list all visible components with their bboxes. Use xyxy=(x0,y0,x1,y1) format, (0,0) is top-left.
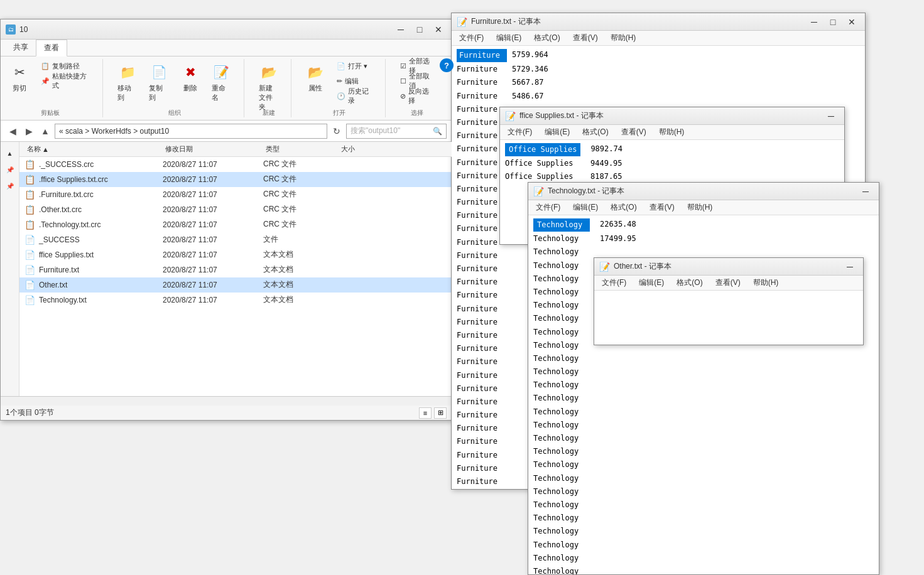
furniture-maximize[interactable]: □ xyxy=(825,16,841,28)
office-menu-format[interactable]: 格式(O) xyxy=(580,126,611,139)
technology-menu-edit[interactable]: 编辑(E) xyxy=(570,201,601,214)
table-row[interactable]: 📋 ._SUCCESS.crc 2020/8/27 11:07 CRC 文件 xyxy=(19,157,452,172)
tab-view[interactable]: 查看 xyxy=(36,40,67,56)
hscroll[interactable] xyxy=(1,396,452,405)
notepad-row: Office Supplies 9892.74 xyxy=(503,142,842,157)
view-tiles-button[interactable]: ⊞ xyxy=(434,407,447,419)
file-name-text: .Other.txt.crc xyxy=(39,205,82,214)
tab-share[interactable]: 共享 xyxy=(6,40,36,56)
technology-minimize[interactable]: ─ xyxy=(857,185,874,198)
organize-items: 📁 移动到 📄 复制到 ✖ 删除 📝 重命名 xyxy=(113,59,236,115)
breadcrumb[interactable]: « scala > WorkerHdfs > output10 xyxy=(55,124,327,139)
search-box[interactable]: 搜索"output10" 🔍 xyxy=(346,124,447,139)
history-button[interactable]: 🕐 历史记录 xyxy=(332,89,378,103)
new-folder-button[interactable]: 📂 新建文件夹 xyxy=(254,59,283,115)
office-menubar: 文件(F) 编辑(E) 格式(O) 查看(V) 帮助(H) xyxy=(500,125,844,140)
table-row[interactable]: 📋 .Other.txt.crc 2020/8/27 11:07 CRC 文件 xyxy=(19,202,452,217)
up-button[interactable]: ▲ xyxy=(38,124,52,138)
nav-pin2-btn[interactable]: 📌 xyxy=(4,180,16,192)
close-button[interactable]: ✕ xyxy=(430,23,447,36)
nav-up-btn[interactable]: ▲ xyxy=(4,147,16,159)
notepad-category: Furniture xyxy=(457,250,507,262)
clipboard-items: ✂ 剪切 📋 复制路径 📌 粘贴快捷方式 xyxy=(6,59,95,115)
help-button[interactable]: ? xyxy=(440,58,454,72)
file-type-cell: CRC 文件 xyxy=(263,174,339,185)
paste-shortcut-button[interactable]: 📌 粘贴快捷方式 xyxy=(36,74,95,88)
edit-button[interactable]: ✏ 编辑 xyxy=(332,74,378,88)
nav-pin-btn[interactable]: 📌 xyxy=(4,163,16,176)
technology-menu-file[interactable]: 文件(F) xyxy=(533,201,563,214)
rename-button[interactable]: 📝 重命名 xyxy=(207,59,236,105)
furniture-menu-file[interactable]: 文件(F) xyxy=(457,31,486,45)
table-row[interactable]: 📄 Furniture.txt 2020/8/27 11:07 文本文档 xyxy=(19,262,452,277)
office-menu-file[interactable]: 文件(F) xyxy=(505,126,535,139)
select-all-button[interactable]: ☑ 全部选择 xyxy=(396,59,439,73)
other-menu-file[interactable]: 文件(F) xyxy=(599,276,629,289)
file-icon: 📄 xyxy=(24,295,35,305)
table-row[interactable]: 📋 .ffice Supplies.txt.crc 2020/8/27 11:0… xyxy=(19,172,452,187)
move-to-button[interactable]: 📁 移动到 xyxy=(113,59,142,105)
other-menu-format[interactable]: 格式(O) xyxy=(674,276,705,289)
other-menu-help[interactable]: 帮助(H) xyxy=(751,276,781,289)
file-type-cell: 文本文档 xyxy=(263,279,339,290)
minimize-button[interactable]: ─ xyxy=(393,23,409,36)
furniture-close[interactable]: ✕ xyxy=(844,16,860,28)
notepad-category: Technology xyxy=(533,459,590,471)
table-row[interactable]: 📄 _SUCCESS 2020/8/27 11:07 文件 xyxy=(19,232,452,247)
notepad-row: Office Supplies 9449.95 xyxy=(503,157,842,170)
office-minimize[interactable]: ─ xyxy=(823,110,839,122)
deselect-all-button[interactable]: ☐ 全部取消 xyxy=(396,74,439,88)
technology-menu-view[interactable]: 查看(V) xyxy=(647,201,677,214)
other-menu-edit[interactable]: 编辑(E) xyxy=(636,276,666,289)
cut-button[interactable]: ✂ 剪切 xyxy=(6,59,34,96)
notepad-category: Technology xyxy=(533,525,590,537)
office-menu-view[interactable]: 查看(V) xyxy=(619,126,649,139)
forward-button[interactable]: ▶ xyxy=(22,124,36,138)
furniture-menu-format[interactable]: 格式(O) xyxy=(531,31,562,45)
search-placeholder: 搜索"output10" xyxy=(351,126,400,136)
file-date-cell: 2020/8/27 11:07 xyxy=(163,266,263,274)
furniture-menu-view[interactable]: 查看(V) xyxy=(570,31,601,45)
furniture-menu-edit[interactable]: 编辑(E) xyxy=(494,31,524,45)
hscroll-track xyxy=(1,397,452,406)
ribbon-group-open: 📂 属性 📄 打开 ▾ ✏ 编辑 🕐 xyxy=(302,59,386,117)
file-icon: 📋 xyxy=(24,205,35,215)
file-icon: 📄 xyxy=(24,265,35,275)
other-minimize[interactable]: ─ xyxy=(842,261,858,273)
col-name[interactable]: 名称 ▲ xyxy=(24,143,163,155)
copy-to-button[interactable]: 📄 复制到 xyxy=(144,59,173,105)
furniture-minimize[interactable]: ─ xyxy=(806,16,822,28)
table-row[interactable]: 📋 .Technology.txt.crc 2020/8/27 11:07 CR… xyxy=(19,217,452,232)
col-size[interactable]: 大小 xyxy=(339,143,389,155)
other-menu-view[interactable]: 查看(V) xyxy=(713,276,743,289)
open-dropdown-button[interactable]: 📄 打开 ▾ xyxy=(332,59,378,73)
table-row[interactable]: 📋 .Furniture.txt.crc 2020/8/27 11:07 CRC… xyxy=(19,187,452,202)
notepad-category: Furniture xyxy=(457,330,507,341)
maximize-button[interactable]: □ xyxy=(411,23,428,36)
back-button[interactable]: ◀ xyxy=(6,124,19,138)
view-details-button[interactable]: ≡ xyxy=(419,407,432,419)
delete-button[interactable]: ✖ 删除 xyxy=(177,59,205,96)
ribbon-group-select: ☑ 全部选择 ☐ 全部取消 ⊘ 反向选择 选择 xyxy=(396,59,447,117)
notepad-value: 5759.964 xyxy=(512,49,548,62)
open-button[interactable]: 📂 属性 xyxy=(302,59,329,96)
table-row[interactable]: 📄 ffice Supplies.txt 2020/8/27 11:07 文本文… xyxy=(19,247,452,262)
notepad-value: 8187.65 xyxy=(590,171,622,183)
refresh-button[interactable]: ↻ xyxy=(330,124,344,138)
furniture-menu-help[interactable]: 帮助(H) xyxy=(608,31,639,45)
col-type[interactable]: 类型 xyxy=(263,143,339,155)
table-row[interactable]: 📄 Technology.txt 2020/8/27 11:07 文本文档 xyxy=(19,293,452,308)
explorer-titlebar: 🗂 10 ─ □ ✕ xyxy=(1,19,452,40)
office-menu-edit[interactable]: 编辑(E) xyxy=(542,126,572,139)
invert-select-button[interactable]: ⊘ 反向选择 xyxy=(396,89,439,103)
office-menu-help[interactable]: 帮助(H) xyxy=(656,126,687,139)
notepad-category: Furniture xyxy=(457,396,507,408)
notepad-value: 5667.87 xyxy=(512,77,544,89)
technology-menu-help[interactable]: 帮助(H) xyxy=(685,201,715,214)
file-name-text: Furniture.txt xyxy=(39,266,79,274)
technology-menu-format[interactable]: 格式(O) xyxy=(608,201,639,214)
copy-path-button[interactable]: 📋 复制路径 xyxy=(36,59,95,73)
table-row[interactable]: 📄 Other.txt 2020/8/27 11:07 文本文档 xyxy=(19,277,452,293)
notepad-category: Furniture xyxy=(457,356,507,368)
col-date[interactable]: 修改日期 xyxy=(163,143,263,155)
